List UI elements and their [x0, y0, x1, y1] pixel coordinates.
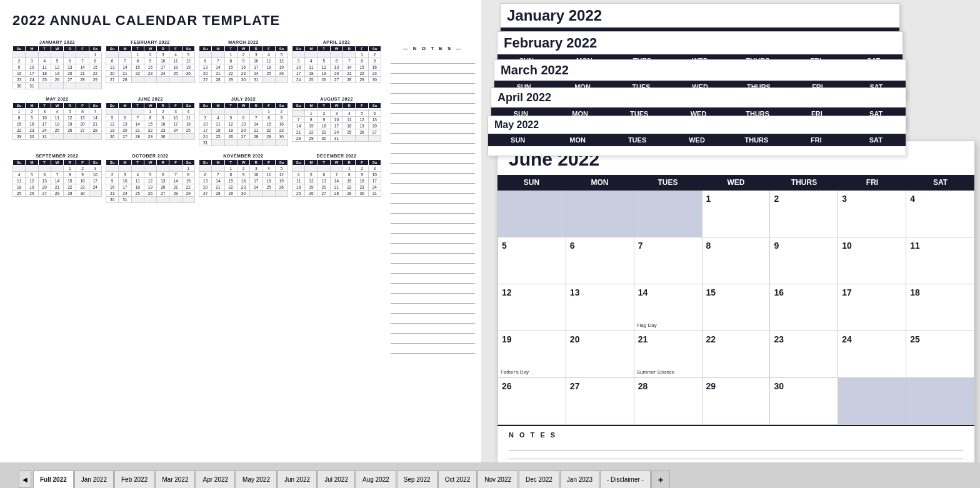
june-cell: 10	[838, 237, 906, 284]
mini-calendar: AUGUST 2022SuMTWRFSa12345678910111213141…	[292, 97, 381, 146]
june-cell: 22	[702, 331, 771, 378]
june-cell	[566, 191, 634, 237]
june-cell: 24	[838, 331, 906, 378]
mini-calendar: APRIL 2022SuMTWRFSa123456789101112131415…	[292, 40, 381, 89]
tab-+[interactable]: +	[651, 471, 670, 488]
notes-title: — N O T E S —	[391, 46, 475, 51]
june-notes-area: N O T E S	[498, 425, 974, 466]
stacked-card-4[interactable]: May 2022 SUNMONTUESWEDTHURSFRISAT	[488, 116, 906, 156]
june-cell: 4	[906, 191, 974, 237]
june-cell: 12	[498, 284, 566, 331]
tab-jan-2022[interactable]: Jan 2022	[74, 471, 114, 488]
june-calendar-grid: 1234567891011121314Flag Day1516171819Fat…	[498, 191, 974, 425]
june-cell	[498, 191, 566, 237]
tab-oct-2022[interactable]: Oct 2022	[438, 471, 478, 488]
june-cell	[906, 378, 974, 425]
june-cell: 11	[906, 237, 974, 284]
stacked-months-area: January 2022 SUNMONTUESWEDTHURSFRISAT Fe…	[494, 3, 969, 147]
june-cell: 18	[906, 284, 974, 331]
june-cell: 15	[702, 284, 771, 331]
notes-area: — N O T E S —	[388, 42, 478, 357]
bottom-tabs-bar: ◀ Full 2022Jan 2022Feb 2022Mar 2022Apr 2…	[0, 462, 980, 488]
june-cell: 17	[838, 284, 906, 331]
tab-jan-2023[interactable]: Jan 2023	[560, 471, 599, 488]
notes-lines	[391, 54, 475, 354]
june-cell: 9	[770, 237, 838, 284]
tab-apr-2022[interactable]: Apr 2022	[196, 471, 235, 488]
tab-aug-2022[interactable]: Aug 2022	[356, 471, 396, 488]
tab-scroll-left[interactable]: ◀	[19, 471, 31, 488]
june-cell	[634, 191, 702, 237]
mini-calendar: SEPTEMBER 2022SuMTWRFSa12345678910111213…	[12, 154, 102, 203]
june-cell: 13	[566, 284, 634, 331]
mini-calendar: JUNE 2022SuMTWRFSa1234567891011121314151…	[106, 97, 195, 146]
mini-calendar: JULY 2022SuMTWRFSa1234567891011121314151…	[199, 97, 288, 146]
mini-calendar: FEBRUARY 2022SuMTWRFSa123456789101112131…	[106, 40, 195, 89]
june-cell: 8	[702, 237, 771, 284]
june-calendar-header: SUNMONTUESWEDTHURSFRISAT	[498, 175, 974, 191]
tab-nov-2022[interactable]: Nov 2022	[478, 471, 518, 488]
tab-may-2022[interactable]: May 2022	[236, 471, 277, 488]
tab-jun-2022[interactable]: Jun 2022	[278, 471, 317, 488]
tab-dec-2022[interactable]: Dec 2022	[519, 471, 559, 488]
tab-mar-2022[interactable]: Mar 2022	[155, 471, 195, 488]
tab---disclaimer--[interactable]: - Disclaimer -	[600, 471, 651, 488]
june-cell: 14Flag Day	[634, 284, 702, 331]
tab-feb-2022[interactable]: Feb 2022	[114, 471, 154, 488]
mini-calendar: MAY 2022SuMTWRFSa12345678910111213141516…	[12, 97, 102, 146]
tab-full-2022[interactable]: Full 2022	[33, 471, 74, 488]
june-cell: 25	[906, 331, 974, 378]
june-notes-label: N O T E S	[509, 431, 963, 439]
june-cell: 26	[498, 378, 566, 425]
mini-calendar: OCTOBER 2022SuMTWRFSa1234567891011121314…	[106, 154, 195, 203]
june-cell: 27	[566, 378, 634, 425]
june-cell: 30	[770, 378, 838, 425]
june-cell: 6	[566, 237, 634, 284]
june-cell: 1	[702, 191, 771, 237]
june-cell: 5	[498, 237, 566, 284]
june-cell: 16	[770, 284, 838, 331]
june-cell: 19Father's Day	[498, 331, 566, 378]
tab-sep-2022[interactable]: Sep 2022	[397, 471, 438, 488]
june-cell: 23	[770, 331, 838, 378]
calendars-grid: JANUARY 2022SuMTWRFSa1234567891011121314…	[12, 40, 381, 203]
page-title: 2022 ANNUAL CALENDAR TEMPLATE	[12, 12, 469, 29]
june-cell: 3	[838, 191, 906, 237]
june-cell: 28	[634, 378, 702, 425]
june-full-calendar: June 2022 SUNMONTUESWEDTHURSFRISAT 12345…	[497, 141, 975, 466]
mini-calendar: MARCH 2022SuMTWRFSa123456789101112131415…	[199, 40, 288, 89]
june-cell: 20	[566, 331, 634, 378]
june-cell: 2	[770, 191, 838, 237]
june-cell: 7	[634, 237, 702, 284]
tab-jul-2022[interactable]: Jul 2022	[318, 471, 355, 488]
june-cell: 21Summer Solstice	[634, 331, 702, 378]
june-cell: 29	[702, 378, 771, 425]
mini-calendar: DECEMBER 2022SuMTWRFSa123456789101112131…	[292, 154, 381, 203]
june-cell	[838, 378, 906, 425]
mini-calendar: NOVEMBER 2022SuMTWRFSa123456789101112131…	[199, 154, 288, 203]
mini-calendar: JANUARY 2022SuMTWRFSa1234567891011121314…	[12, 40, 102, 89]
